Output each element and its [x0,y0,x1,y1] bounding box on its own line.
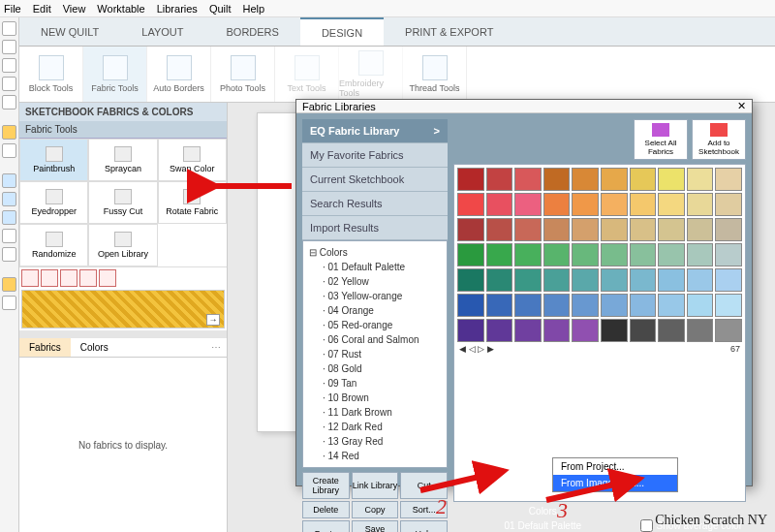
nav-icons[interactable]: ◀ ◁ ▷ ▶ [459,344,494,354]
swatch[interactable] [486,168,513,191]
lib-btn-save-library[interactable]: Save Library [352,520,399,532]
swatch[interactable] [715,319,742,342]
swatch[interactable] [601,243,628,266]
swatch[interactable] [486,193,513,216]
swatch[interactable] [715,243,742,266]
tree-item[interactable]: · 07 Rust [309,347,441,361]
swatch[interactable] [572,193,599,216]
swatch[interactable] [543,218,571,241]
select-all-fabrics-button[interactable]: Select All Fabrics [634,119,688,160]
tree-item[interactable]: · 08 Gold [309,361,441,376]
menu-file[interactable]: File [4,3,21,15]
swatch[interactable] [572,218,599,241]
tab-colors[interactable]: Colors [71,338,118,357]
swatch[interactable] [457,193,484,216]
tool-open-library[interactable]: Open Library [88,224,157,266]
swatch[interactable] [658,294,685,317]
swatch[interactable] [658,168,685,191]
tree-item[interactable]: · 01 Default Palette [309,260,441,274]
swatch[interactable] [658,319,685,342]
swatch[interactable] [687,268,714,292]
swatch[interactable] [543,294,571,317]
tree-item[interactable]: · 10 Brown [309,391,441,405]
swatch[interactable] [543,168,571,191]
swatch[interactable] [687,243,714,266]
swatch[interactable] [514,319,542,342]
add-to-sketchbook-button[interactable]: Add to Sketchbook [692,119,746,160]
swatch[interactable] [630,319,657,342]
zoom-fit-icon[interactable] [2,210,16,225]
dialog-titlebar[interactable]: Fabric Libraries ✕ [296,100,752,113]
tab-layout[interactable]: LAYOUT [120,17,204,46]
swatch[interactable] [715,294,742,317]
cat-search-results[interactable]: Search Results [302,192,448,216]
show-avg-checkbox[interactable] [640,519,653,532]
swatch[interactable] [572,294,599,317]
swatch[interactable] [687,294,714,317]
tab-design[interactable]: DESIGN [300,17,384,46]
swatch[interactable] [630,268,657,292]
swatch[interactable] [543,319,571,342]
swatch[interactable] [514,294,542,317]
tool-icon[interactable] [2,247,16,262]
lib-btn-help[interactable]: Help [400,520,448,532]
swatch[interactable] [486,243,513,266]
brush-icon[interactable] [99,269,116,287]
swatch[interactable] [630,294,657,317]
tool-icon[interactable] [2,40,16,54]
menu-edit[interactable]: Edit [33,3,51,15]
swatch[interactable] [658,243,685,266]
tool-icon[interactable] [2,58,16,73]
ribbon-thread-tools[interactable]: Thread Tools [403,47,467,102]
swatch[interactable] [630,218,657,241]
brush-icon[interactable] [21,269,39,287]
swatch[interactable] [601,268,628,292]
swatch[interactable] [457,319,484,342]
swatch[interactable] [457,294,484,317]
tab-new-quilt[interactable]: NEW QUILT [19,17,120,46]
menu-libraries[interactable]: Libraries [157,3,198,15]
cat-my-favorite[interactable]: My Favorite Fabrics [302,143,448,168]
swatch[interactable] [630,243,657,266]
zoom-in-icon[interactable] [2,173,16,188]
swatch[interactable] [658,218,685,241]
swatch[interactable] [658,193,685,216]
tool-randomize[interactable]: Randomize [19,224,88,266]
swatch[interactable] [572,168,599,191]
tree-item[interactable]: · 11 Dark Brown [309,405,441,420]
cat-eq-fabric-library[interactable]: EQ Fabric Library> [302,119,448,143]
brush-icon[interactable] [60,269,78,287]
swatch[interactable] [514,243,542,266]
menu-quilt[interactable]: Quilt [209,3,232,15]
swatch[interactable] [543,268,571,292]
ribbon-fabric-tools[interactable]: Fabric Tools [83,47,147,102]
lib-btn-link-library[interactable]: Link Library [352,472,399,499]
swatch[interactable] [601,319,628,342]
tree-item[interactable]: · 09 Tan [309,376,441,391]
swatch-area[interactable]: ◀ ◁ ▷ ▶ 67 [453,164,746,502]
import-from-project[interactable]: From Project... [553,458,677,475]
tree-item[interactable]: · 06 Coral and Salmon [309,332,441,347]
tree-item[interactable]: · 13 Gray Red [309,434,441,449]
swatch[interactable] [514,268,542,292]
swatch[interactable] [715,193,742,216]
swatch[interactable] [572,319,599,342]
popout-icon[interactable]: → [206,314,220,326]
swatch[interactable] [715,168,742,191]
ribbon-auto-borders[interactable]: Auto Borders [147,47,211,102]
settings-icon[interactable] [2,296,16,310]
cat-import-results[interactable]: Import Results [302,216,448,240]
menu-help[interactable]: Help [243,3,265,15]
swatch[interactable] [687,218,714,241]
swatch[interactable] [630,193,657,216]
tool-icon[interactable] [2,77,16,91]
swatch[interactable] [457,268,484,292]
swatch[interactable] [715,218,742,241]
swatch[interactable] [658,268,685,292]
lib-btn-create-library[interactable]: Create Library [302,472,350,499]
tree-item[interactable]: · 12 Dark Red [309,420,441,434]
swatch[interactable] [601,294,628,317]
swatch[interactable] [514,168,542,191]
tool-icon[interactable] [2,125,16,140]
tool-icon[interactable] [2,143,16,158]
